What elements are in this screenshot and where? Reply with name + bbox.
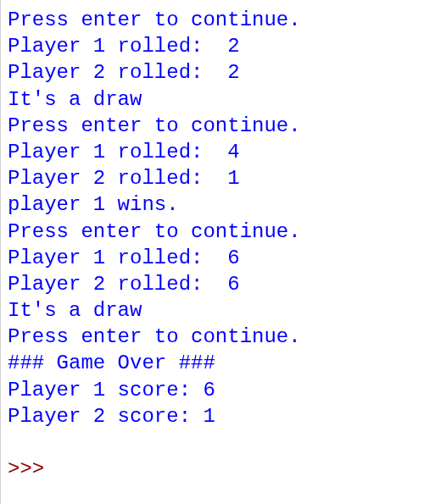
console-line: Player 2 rolled: 2	[8, 59, 417, 86]
console-line: It's a draw	[8, 86, 417, 113]
console-line: player 1 wins.	[8, 191, 417, 218]
console-line: Player 2 rolled: 6	[8, 271, 417, 297]
console-line: Player 1 score: 6	[8, 377, 417, 403]
blank-line	[8, 429, 417, 456]
console-line: It's a draw	[8, 297, 417, 324]
console-line: ### Game Over ###	[8, 350, 417, 376]
console-line: Press enter to continue.	[8, 113, 417, 139]
console-prompt[interactable]: >>>	[8, 456, 417, 482]
console-line: Press enter to continue.	[8, 7, 417, 33]
console-line: Player 1 rolled: 4	[8, 139, 417, 165]
console-line: Press enter to continue.	[8, 219, 417, 245]
console-output: Press enter to continue. Player 1 rolled…	[8, 7, 417, 482]
console-line: Player 2 score: 1	[8, 403, 417, 429]
console-line: Player 1 rolled: 2	[8, 33, 417, 59]
console-line: Player 2 rolled: 1	[8, 165, 417, 191]
console-line: Press enter to continue.	[8, 324, 417, 350]
console-line: Player 1 rolled: 6	[8, 245, 417, 271]
